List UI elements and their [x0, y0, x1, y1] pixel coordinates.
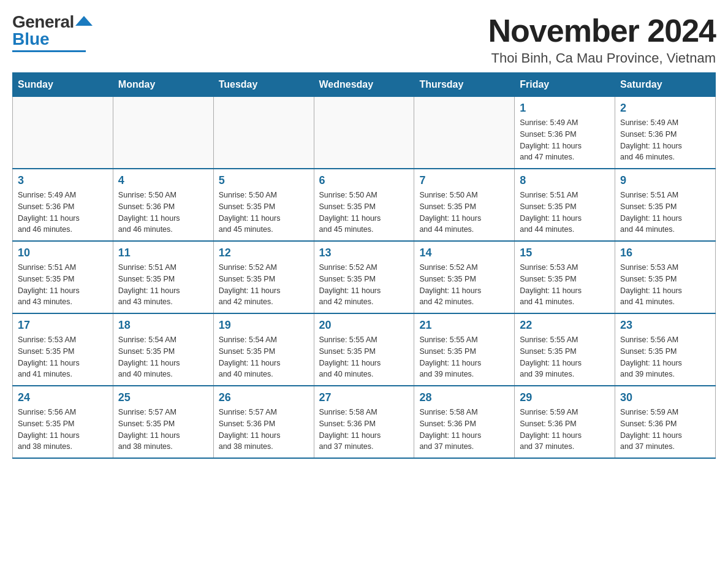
day-number: 6 [319, 174, 409, 187]
calendar-cell: 12Sunrise: 5:52 AM Sunset: 5:35 PM Dayli… [213, 241, 314, 313]
calendar-header-friday: Friday [515, 73, 615, 97]
day-info: Sunrise: 5:56 AM Sunset: 5:35 PM Dayligh… [18, 407, 108, 453]
calendar-cell: 30Sunrise: 5:59 AM Sunset: 5:36 PM Dayli… [615, 386, 716, 458]
day-info: Sunrise: 5:50 AM Sunset: 5:35 PM Dayligh… [419, 190, 509, 236]
calendar-cell: 4Sunrise: 5:50 AM Sunset: 5:36 PM Daylig… [113, 169, 213, 241]
calendar-week-3: 10Sunrise: 5:51 AM Sunset: 5:35 PM Dayli… [13, 241, 716, 313]
calendar-cell: 9Sunrise: 5:51 AM Sunset: 5:35 PM Daylig… [615, 169, 716, 241]
day-info: Sunrise: 5:57 AM Sunset: 5:35 PM Dayligh… [118, 407, 208, 453]
day-number: 23 [620, 319, 710, 332]
day-number: 4 [118, 174, 208, 187]
calendar-cell [414, 97, 515, 169]
calendar-cell: 10Sunrise: 5:51 AM Sunset: 5:35 PM Dayli… [13, 241, 113, 313]
day-number: 1 [520, 102, 610, 115]
calendar-header-row: SundayMondayTuesdayWednesdayThursdayFrid… [13, 73, 716, 97]
calendar-cell: 11Sunrise: 5:51 AM Sunset: 5:35 PM Dayli… [113, 241, 213, 313]
month-title: November 2024 [488, 12, 716, 49]
calendar-header-saturday: Saturday [615, 73, 716, 97]
day-info: Sunrise: 5:55 AM Sunset: 5:35 PM Dayligh… [520, 334, 610, 380]
day-info: Sunrise: 5:58 AM Sunset: 5:36 PM Dayligh… [319, 407, 409, 453]
day-info: Sunrise: 5:49 AM Sunset: 5:36 PM Dayligh… [520, 117, 610, 163]
calendar-cell: 1Sunrise: 5:49 AM Sunset: 5:36 PM Daylig… [515, 97, 615, 169]
day-number: 29 [520, 391, 610, 404]
calendar-cell: 15Sunrise: 5:53 AM Sunset: 5:35 PM Dayli… [515, 241, 615, 313]
day-info: Sunrise: 5:52 AM Sunset: 5:35 PM Dayligh… [319, 262, 409, 308]
calendar-cell: 25Sunrise: 5:57 AM Sunset: 5:35 PM Dayli… [113, 386, 213, 458]
day-number: 25 [118, 391, 208, 404]
day-number: 15 [520, 247, 610, 259]
day-info: Sunrise: 5:58 AM Sunset: 5:36 PM Dayligh… [419, 407, 509, 453]
day-info: Sunrise: 5:50 AM Sunset: 5:35 PM Dayligh… [219, 190, 309, 236]
day-number: 8 [520, 174, 610, 187]
day-info: Sunrise: 5:51 AM Sunset: 5:35 PM Dayligh… [118, 262, 208, 308]
calendar-cell: 13Sunrise: 5:52 AM Sunset: 5:35 PM Dayli… [314, 241, 414, 313]
day-number: 7 [419, 174, 509, 187]
calendar-week-2: 3Sunrise: 5:49 AM Sunset: 5:36 PM Daylig… [13, 169, 716, 241]
day-number: 16 [620, 247, 710, 259]
calendar-cell: 18Sunrise: 5:54 AM Sunset: 5:35 PM Dayli… [113, 313, 213, 386]
day-number: 17 [18, 319, 108, 332]
calendar-cell: 16Sunrise: 5:53 AM Sunset: 5:35 PM Dayli… [615, 241, 716, 313]
calendar-cell [213, 97, 314, 169]
calendar-cell: 28Sunrise: 5:58 AM Sunset: 5:36 PM Dayli… [414, 386, 515, 458]
calendar-header-monday: Monday [113, 73, 213, 97]
day-number: 12 [219, 247, 309, 259]
day-number: 13 [319, 247, 409, 259]
day-info: Sunrise: 5:57 AM Sunset: 5:36 PM Dayligh… [219, 407, 309, 453]
day-number: 22 [520, 319, 610, 332]
day-info: Sunrise: 5:53 AM Sunset: 5:35 PM Dayligh… [620, 262, 710, 308]
day-info: Sunrise: 5:51 AM Sunset: 5:35 PM Dayligh… [18, 262, 108, 308]
day-info: Sunrise: 5:50 AM Sunset: 5:36 PM Dayligh… [118, 190, 208, 236]
day-info: Sunrise: 5:56 AM Sunset: 5:35 PM Dayligh… [620, 334, 710, 380]
day-number: 5 [219, 174, 309, 187]
calendar-cell: 27Sunrise: 5:58 AM Sunset: 5:36 PM Dayli… [314, 386, 414, 458]
calendar-cell: 17Sunrise: 5:53 AM Sunset: 5:35 PM Dayli… [13, 313, 113, 386]
calendar-week-1: 1Sunrise: 5:49 AM Sunset: 5:36 PM Daylig… [13, 97, 716, 169]
logo-blue-text: Blue [12, 29, 50, 49]
day-number: 3 [18, 174, 108, 187]
day-info: Sunrise: 5:59 AM Sunset: 5:36 PM Dayligh… [620, 407, 710, 453]
day-info: Sunrise: 5:51 AM Sunset: 5:35 PM Dayligh… [620, 190, 710, 236]
day-number: 28 [419, 391, 509, 404]
title-section: November 2024 Thoi Binh, Ca Mau Province… [488, 12, 716, 66]
logo-underline [12, 50, 86, 52]
day-info: Sunrise: 5:54 AM Sunset: 5:35 PM Dayligh… [219, 334, 309, 380]
day-info: Sunrise: 5:55 AM Sunset: 5:35 PM Dayligh… [419, 334, 509, 380]
day-number: 20 [319, 319, 409, 332]
day-info: Sunrise: 5:52 AM Sunset: 5:35 PM Dayligh… [419, 262, 509, 308]
day-number: 19 [219, 319, 309, 332]
calendar-cell: 21Sunrise: 5:55 AM Sunset: 5:35 PM Dayli… [414, 313, 515, 386]
page-header: General Blue November 2024 Thoi Binh, Ca… [12, 12, 716, 66]
day-info: Sunrise: 5:50 AM Sunset: 5:35 PM Dayligh… [319, 190, 409, 236]
calendar-header-tuesday: Tuesday [213, 73, 314, 97]
day-info: Sunrise: 5:49 AM Sunset: 5:36 PM Dayligh… [18, 190, 108, 236]
day-number: 26 [219, 391, 309, 404]
day-number: 24 [18, 391, 108, 404]
day-info: Sunrise: 5:54 AM Sunset: 5:35 PM Dayligh… [118, 334, 208, 380]
calendar-cell [113, 97, 213, 169]
calendar-cell: 5Sunrise: 5:50 AM Sunset: 5:35 PM Daylig… [213, 169, 314, 241]
calendar-cell: 2Sunrise: 5:49 AM Sunset: 5:36 PM Daylig… [615, 97, 716, 169]
day-number: 14 [419, 247, 509, 259]
logo-flag-icon [75, 16, 93, 31]
location-title: Thoi Binh, Ca Mau Province, Vietnam [488, 50, 716, 66]
day-info: Sunrise: 5:52 AM Sunset: 5:35 PM Dayligh… [219, 262, 309, 308]
day-info: Sunrise: 5:55 AM Sunset: 5:35 PM Dayligh… [319, 334, 409, 380]
day-number: 30 [620, 391, 710, 404]
calendar-cell: 23Sunrise: 5:56 AM Sunset: 5:35 PM Dayli… [615, 313, 716, 386]
calendar-cell: 3Sunrise: 5:49 AM Sunset: 5:36 PM Daylig… [13, 169, 113, 241]
calendar-week-5: 24Sunrise: 5:56 AM Sunset: 5:35 PM Dayli… [13, 386, 716, 458]
svg-marker-0 [75, 16, 93, 26]
calendar-week-4: 17Sunrise: 5:53 AM Sunset: 5:35 PM Dayli… [13, 313, 716, 386]
day-number: 11 [118, 247, 208, 259]
day-info: Sunrise: 5:53 AM Sunset: 5:35 PM Dayligh… [18, 334, 108, 380]
calendar-cell: 24Sunrise: 5:56 AM Sunset: 5:35 PM Dayli… [13, 386, 113, 458]
calendar-cell: 14Sunrise: 5:52 AM Sunset: 5:35 PM Dayli… [414, 241, 515, 313]
calendar-cell: 8Sunrise: 5:51 AM Sunset: 5:35 PM Daylig… [515, 169, 615, 241]
day-number: 9 [620, 174, 710, 187]
logo: General Blue [12, 12, 93, 52]
calendar-cell: 22Sunrise: 5:55 AM Sunset: 5:35 PM Dayli… [515, 313, 615, 386]
calendar-header-sunday: Sunday [13, 73, 113, 97]
calendar-table: SundayMondayTuesdayWednesdayThursdayFrid… [12, 72, 716, 459]
calendar-cell: 19Sunrise: 5:54 AM Sunset: 5:35 PM Dayli… [213, 313, 314, 386]
